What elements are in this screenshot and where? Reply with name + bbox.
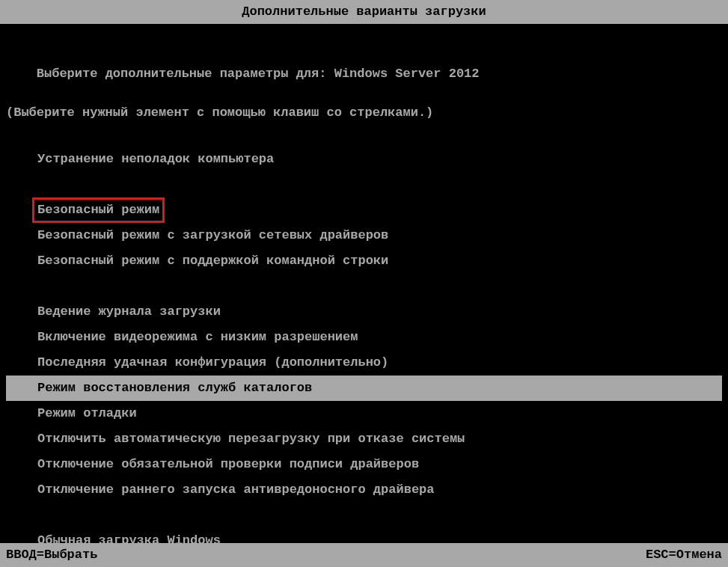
- os-name: Windows Server 2012: [334, 67, 480, 81]
- menu-item-9[interactable]: Отключить автоматическую перезагрузку пр…: [6, 426, 722, 452]
- menu-item-8[interactable]: Режим отладки: [6, 401, 722, 426]
- menu-item-4[interactable]: Ведение журнала загрузки: [6, 299, 722, 325]
- menu-item-3[interactable]: Безопасный режим с поддержкой командной …: [6, 248, 722, 274]
- title-text: Дополнительные варианты загрузки: [242, 4, 486, 19]
- prompt-line: Выберите дополнительные параметры для: W…: [6, 52, 722, 95]
- menu-item-5[interactable]: Включение видеорежима с низким разрешени…: [6, 325, 722, 350]
- footer-enter-hint: ВВОД=Выбрать: [6, 545, 97, 566]
- instruction-line: (Выберите нужный элемент с помощью клави…: [6, 105, 722, 120]
- menu-item-6[interactable]: Последняя удачная конфигурация (дополнит…: [6, 350, 722, 376]
- boot-menu[interactable]: Устранение неполадок компьютераБезопасны…: [6, 147, 722, 554]
- menu-item-10[interactable]: Отключение обязательной проверки подписи…: [6, 452, 722, 477]
- menu-item-11[interactable]: Отключение раннего запуска антивредоносн…: [6, 477, 722, 503]
- title-bar: Дополнительные варианты загрузки: [0, 0, 728, 24]
- highlight-box: Безопасный режим: [32, 197, 165, 223]
- menu-item-1[interactable]: Безопасный режим: [6, 197, 722, 223]
- menu-item-0[interactable]: Устранение неполадок компьютера: [6, 147, 722, 172]
- footer-esc-hint: ESC=Отмена: [646, 545, 722, 566]
- menu-item-7[interactable]: Режим восстановления служб каталогов: [6, 376, 722, 401]
- menu-item-2[interactable]: Безопасный режим с загрузкой сетевых дра…: [6, 223, 722, 248]
- content-area: Выберите дополнительные параметры для: W…: [0, 52, 728, 567]
- prompt-prefix: Выберите дополнительные параметры для:: [37, 67, 334, 81]
- footer-bar: ВВОД=Выбрать ESC=Отмена: [0, 543, 728, 567]
